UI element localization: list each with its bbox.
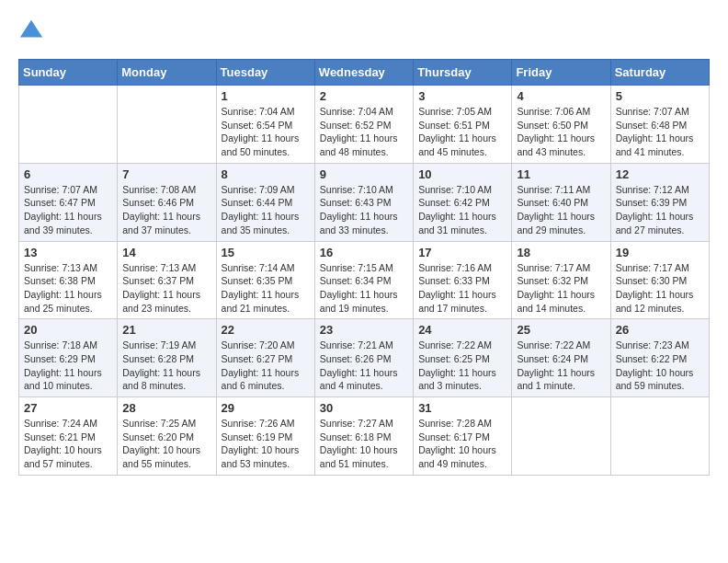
calendar-cell xyxy=(512,397,610,476)
day-number: 9 xyxy=(320,167,408,181)
day-number: 16 xyxy=(320,246,408,259)
day-number: 11 xyxy=(517,167,605,181)
calendar-cell: 28Sunrise: 7:25 AMSunset: 6:20 PMDayligh… xyxy=(118,397,216,476)
cell-content: Sunrise: 7:28 AMSunset: 6:17 PMDaylight:… xyxy=(418,417,506,471)
day-number: 2 xyxy=(320,89,408,103)
day-number: 4 xyxy=(517,89,605,103)
day-number: 15 xyxy=(222,246,310,259)
cell-content: Sunrise: 7:23 AMSunset: 6:22 PMDaylight:… xyxy=(616,339,704,393)
day-number: 24 xyxy=(418,323,506,337)
day-number: 3 xyxy=(418,89,506,103)
calendar-cell: 13Sunrise: 7:13 AMSunset: 6:38 PMDayligh… xyxy=(19,241,118,319)
calendar-cell: 14Sunrise: 7:13 AMSunset: 6:37 PMDayligh… xyxy=(118,241,216,319)
cell-content: Sunrise: 7:04 AMSunset: 6:54 PMDaylight:… xyxy=(222,105,310,159)
calendar-header: SundayMondayTuesdayWednesdayThursdayFrid… xyxy=(19,60,710,86)
cell-content: Sunrise: 7:27 AMSunset: 6:18 PMDaylight:… xyxy=(320,417,408,471)
calendar-cell: 2Sunrise: 7:04 AMSunset: 6:52 PMDaylight… xyxy=(314,86,413,164)
day-number: 20 xyxy=(24,323,112,337)
day-number: 30 xyxy=(320,401,408,415)
weekday-header-wednesday: Wednesday xyxy=(314,60,413,86)
cell-content: Sunrise: 7:04 AMSunset: 6:52 PMDaylight:… xyxy=(320,105,408,159)
day-number: 25 xyxy=(517,323,605,337)
weekday-header-thursday: Thursday xyxy=(414,60,512,86)
cell-content: Sunrise: 7:06 AMSunset: 6:50 PMDaylight:… xyxy=(517,105,605,159)
weekday-header-sunday: Sunday xyxy=(19,60,118,86)
calendar-cell: 22Sunrise: 7:20 AMSunset: 6:27 PMDayligh… xyxy=(216,319,314,397)
calendar-cell: 5Sunrise: 7:07 AMSunset: 6:48 PMDaylight… xyxy=(610,86,709,164)
day-number: 26 xyxy=(616,323,704,337)
calendar-cell: 9Sunrise: 7:10 AMSunset: 6:43 PMDaylight… xyxy=(314,163,413,241)
calendar-week-3: 13Sunrise: 7:13 AMSunset: 6:38 PMDayligh… xyxy=(19,241,710,319)
day-number: 31 xyxy=(418,401,506,415)
day-number: 10 xyxy=(418,167,506,181)
calendar-cell xyxy=(118,86,216,164)
cell-content: Sunrise: 7:05 AMSunset: 6:51 PMDaylight:… xyxy=(418,105,506,159)
cell-content: Sunrise: 7:21 AMSunset: 6:26 PMDaylight:… xyxy=(320,339,408,393)
cell-content: Sunrise: 7:12 AMSunset: 6:39 PMDaylight:… xyxy=(616,183,704,237)
calendar-cell: 21Sunrise: 7:19 AMSunset: 6:28 PMDayligh… xyxy=(118,319,216,397)
calendar-cell: 23Sunrise: 7:21 AMSunset: 6:26 PMDayligh… xyxy=(314,319,413,397)
cell-content: Sunrise: 7:13 AMSunset: 6:38 PMDaylight:… xyxy=(24,261,112,316)
day-number: 28 xyxy=(122,401,210,415)
day-number: 23 xyxy=(320,323,408,337)
day-number: 29 xyxy=(222,401,310,415)
cell-content: Sunrise: 7:22 AMSunset: 6:24 PMDaylight:… xyxy=(517,339,605,393)
calendar-cell: 20Sunrise: 7:18 AMSunset: 6:29 PMDayligh… xyxy=(19,319,118,397)
day-number: 19 xyxy=(616,246,704,259)
calendar-cell: 29Sunrise: 7:26 AMSunset: 6:19 PMDayligh… xyxy=(216,397,314,476)
cell-content: Sunrise: 7:10 AMSunset: 6:43 PMDaylight:… xyxy=(320,183,408,237)
calendar-cell: 31Sunrise: 7:28 AMSunset: 6:17 PMDayligh… xyxy=(414,397,512,476)
cell-content: Sunrise: 7:11 AMSunset: 6:40 PMDaylight:… xyxy=(517,183,605,237)
calendar-table: SundayMondayTuesdayWednesdayThursdayFrid… xyxy=(18,59,710,476)
day-number: 6 xyxy=(24,167,112,181)
calendar-cell: 11Sunrise: 7:11 AMSunset: 6:40 PMDayligh… xyxy=(512,163,610,241)
calendar-cell: 26Sunrise: 7:23 AMSunset: 6:22 PMDayligh… xyxy=(610,319,709,397)
day-number: 13 xyxy=(24,246,112,259)
day-number: 27 xyxy=(24,401,112,415)
calendar-cell xyxy=(19,86,118,164)
calendar-cell: 24Sunrise: 7:22 AMSunset: 6:25 PMDayligh… xyxy=(414,319,512,397)
calendar-week-2: 6Sunrise: 7:07 AMSunset: 6:47 PMDaylight… xyxy=(19,163,710,241)
calendar-cell: 18Sunrise: 7:17 AMSunset: 6:32 PMDayligh… xyxy=(512,241,610,319)
calendar-cell: 1Sunrise: 7:04 AMSunset: 6:54 PMDaylight… xyxy=(216,86,314,164)
cell-content: Sunrise: 7:26 AMSunset: 6:19 PMDaylight:… xyxy=(222,417,310,471)
cell-content: Sunrise: 7:14 AMSunset: 6:35 PMDaylight:… xyxy=(222,261,310,316)
calendar-cell: 12Sunrise: 7:12 AMSunset: 6:39 PMDayligh… xyxy=(610,163,709,241)
calendar-cell: 6Sunrise: 7:07 AMSunset: 6:47 PMDaylight… xyxy=(19,163,118,241)
day-number: 8 xyxy=(222,167,310,181)
cell-content: Sunrise: 7:09 AMSunset: 6:44 PMDaylight:… xyxy=(222,183,310,237)
page-header xyxy=(18,18,710,44)
cell-content: Sunrise: 7:07 AMSunset: 6:48 PMDaylight:… xyxy=(616,105,704,159)
calendar-cell: 17Sunrise: 7:16 AMSunset: 6:33 PMDayligh… xyxy=(414,241,512,319)
calendar-cell: 27Sunrise: 7:24 AMSunset: 6:21 PMDayligh… xyxy=(19,397,118,476)
cell-content: Sunrise: 7:08 AMSunset: 6:46 PMDaylight:… xyxy=(122,183,210,237)
cell-content: Sunrise: 7:25 AMSunset: 6:20 PMDaylight:… xyxy=(122,417,210,471)
day-number: 18 xyxy=(517,246,605,259)
calendar-week-5: 27Sunrise: 7:24 AMSunset: 6:21 PMDayligh… xyxy=(19,397,710,476)
calendar-cell: 16Sunrise: 7:15 AMSunset: 6:34 PMDayligh… xyxy=(314,241,413,319)
day-number: 17 xyxy=(418,246,506,259)
day-number: 5 xyxy=(616,89,704,103)
cell-content: Sunrise: 7:22 AMSunset: 6:25 PMDaylight:… xyxy=(418,339,506,393)
cell-content: Sunrise: 7:07 AMSunset: 6:47 PMDaylight:… xyxy=(24,183,112,237)
cell-content: Sunrise: 7:15 AMSunset: 6:34 PMDaylight:… xyxy=(320,261,408,316)
calendar-cell: 10Sunrise: 7:10 AMSunset: 6:42 PMDayligh… xyxy=(414,163,512,241)
day-number: 14 xyxy=(122,246,210,259)
cell-content: Sunrise: 7:17 AMSunset: 6:30 PMDaylight:… xyxy=(616,261,704,316)
cell-content: Sunrise: 7:17 AMSunset: 6:32 PMDaylight:… xyxy=(517,261,605,316)
logo-icon xyxy=(18,18,44,44)
cell-content: Sunrise: 7:20 AMSunset: 6:27 PMDaylight:… xyxy=(222,339,310,393)
day-number: 12 xyxy=(616,167,704,181)
calendar-cell: 4Sunrise: 7:06 AMSunset: 6:50 PMDaylight… xyxy=(512,86,610,164)
day-number: 7 xyxy=(122,167,210,181)
day-number: 1 xyxy=(222,89,310,103)
cell-content: Sunrise: 7:18 AMSunset: 6:29 PMDaylight:… xyxy=(24,339,112,393)
day-number: 21 xyxy=(122,323,210,337)
calendar-cell: 30Sunrise: 7:27 AMSunset: 6:18 PMDayligh… xyxy=(314,397,413,476)
weekday-header-saturday: Saturday xyxy=(610,60,709,86)
calendar-cell: 8Sunrise: 7:09 AMSunset: 6:44 PMDaylight… xyxy=(216,163,314,241)
calendar-cell: 7Sunrise: 7:08 AMSunset: 6:46 PMDaylight… xyxy=(118,163,216,241)
calendar-cell xyxy=(610,397,709,476)
cell-content: Sunrise: 7:10 AMSunset: 6:42 PMDaylight:… xyxy=(418,183,506,237)
cell-content: Sunrise: 7:13 AMSunset: 6:37 PMDaylight:… xyxy=(122,261,210,316)
